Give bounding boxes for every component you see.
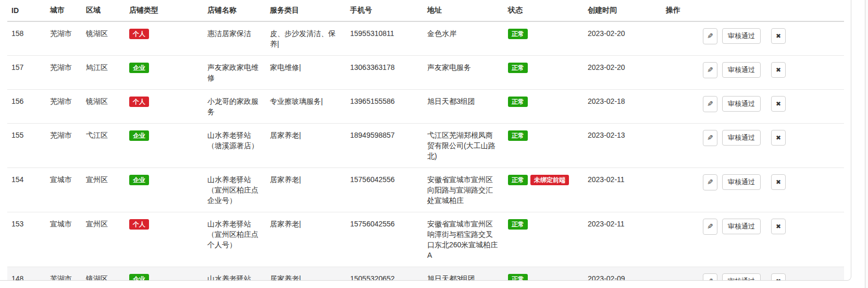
- delete-button[interactable]: ✖: [771, 219, 786, 234]
- table-row: 156 芜湖市 镜湖区 个人 小龙哥的家政服务 专业擦玻璃服务| 1396515…: [7, 90, 844, 124]
- cell-status: 正常: [504, 21, 584, 56]
- status-badge: 未绑定前端: [530, 175, 569, 185]
- cell-created: 2023-02-20: [584, 56, 662, 90]
- cell-name: 声友家政家电维修: [203, 56, 266, 90]
- cell-status: 正常: [504, 90, 584, 124]
- cell-address: 安徽省宣城市宣州区响潭街与稻宝路交叉口东北260米宣城柏庄A: [423, 212, 504, 267]
- cell-city: 芜湖市: [46, 21, 82, 56]
- table-row: 153 宣城市 宣州区 个人 山水养老驿站（宣州区柏庄点个人号） 居家养老| 1…: [7, 212, 844, 267]
- cell-address: 旭日天都3组团: [423, 90, 504, 124]
- cell-category: 家电维修|: [266, 56, 346, 90]
- cell-name: 山水养老驿站（宣州区柏庄点个人号）: [203, 212, 266, 267]
- cell-address: 弋江区芜湖郑根凤商贸有限公司(大工山路北): [423, 124, 504, 168]
- pencil-icon: ✎: [707, 222, 713, 231]
- approve-button[interactable]: 审核通过: [722, 28, 761, 44]
- cell-name: 惠洁居家保洁: [203, 21, 266, 56]
- approve-button[interactable]: 审核通过: [722, 273, 761, 281]
- column-header-type: 店铺类型: [125, 0, 203, 21]
- delete-button[interactable]: ✖: [771, 130, 786, 146]
- column-header-address: 地址: [423, 0, 504, 21]
- edit-button[interactable]: ✎: [703, 96, 717, 112]
- cell-status: 正常: [504, 56, 584, 90]
- cell-phone: 15756042556: [346, 168, 423, 212]
- pencil-icon: ✎: [707, 31, 713, 41]
- action-button-group: ✎ 审核通过 ✖: [666, 96, 840, 112]
- delete-button[interactable]: ✖: [771, 62, 786, 78]
- approve-button[interactable]: 审核通过: [722, 130, 761, 146]
- approve-button[interactable]: 审核通过: [722, 96, 761, 112]
- edit-button[interactable]: ✎: [703, 273, 717, 281]
- table-row: 157 芜湖市 鸠江区 企业 声友家政家电维修 家电维修| 1306336317…: [7, 56, 844, 90]
- cell-id: 154: [7, 168, 46, 212]
- cell-actions: ✎ 审核通过 ✖: [662, 56, 844, 90]
- status-badge: 正常: [508, 29, 528, 39]
- cell-address: 声友家电服务: [423, 56, 504, 90]
- action-button-group: ✎ 审核通过 ✖: [666, 130, 840, 146]
- delete-button[interactable]: ✖: [771, 273, 786, 281]
- cell-id: 155: [7, 124, 46, 168]
- table-header: ID 城市 区域 店铺类型 店铺名称 服务类目 手机号 地址 状态 创建时间 操…: [7, 0, 844, 21]
- cell-type: 个人: [125, 212, 203, 267]
- cell-city: 芜湖市: [46, 90, 82, 124]
- edit-button[interactable]: ✎: [703, 174, 717, 190]
- cell-name: 小龙哥的家政服务: [203, 90, 266, 124]
- cell-category: 居家养老|: [266, 124, 346, 168]
- cell-category: 专业擦玻璃服务|: [266, 90, 346, 124]
- cell-created: 2023-02-20: [584, 21, 662, 56]
- table-row: 154 宣城市 宣州区 企业 山水养老驿站（宣州区柏庄点企业号） 居家养老| 1…: [7, 168, 844, 212]
- delete-button[interactable]: ✖: [771, 96, 786, 112]
- action-button-group: ✎ 审核通过 ✖: [666, 219, 840, 235]
- cell-district: 镜湖区: [82, 267, 125, 281]
- close-icon: ✖: [776, 100, 781, 107]
- cell-phone: 13965155586: [346, 90, 423, 124]
- cell-created: 2023-02-18: [584, 90, 662, 124]
- pencil-icon: ✎: [707, 65, 713, 75]
- shop-type-badge: 企业: [129, 130, 149, 141]
- cell-status: 正常: [504, 124, 584, 168]
- approve-button[interactable]: 审核通过: [722, 219, 761, 234]
- table-row: 155 芜湖市 弋江区 企业 山水养老驿站（塘溪源著店） 居家养老| 18949…: [7, 124, 844, 168]
- cell-district: 镜湖区: [82, 90, 125, 124]
- cell-city: 芜湖市: [46, 124, 82, 168]
- delete-button[interactable]: ✖: [771, 174, 786, 190]
- cell-city: 宣城市: [46, 168, 82, 212]
- approve-button[interactable]: 审核通过: [722, 62, 761, 78]
- cell-created: 2023-02-09: [584, 267, 662, 281]
- cell-category: 居家养老|: [266, 168, 346, 212]
- edit-button[interactable]: ✎: [703, 130, 717, 146]
- column-header-created: 创建时间: [584, 0, 662, 21]
- edit-button[interactable]: ✎: [703, 28, 717, 44]
- cell-type: 企业: [125, 124, 203, 168]
- shop-type-badge: 个人: [129, 29, 149, 39]
- column-header-id: ID: [7, 0, 46, 21]
- delete-button[interactable]: ✖: [771, 28, 786, 44]
- shop-type-badge: 企业: [129, 63, 149, 73]
- pencil-icon: ✎: [707, 177, 713, 187]
- close-icon: ✖: [776, 178, 781, 186]
- cell-actions: ✎ 审核通过 ✖: [662, 168, 844, 212]
- cell-address: 旭日天都3组团: [423, 267, 504, 281]
- header-row: ID 城市 区域 店铺类型 店铺名称 服务类目 手机号 地址 状态 创建时间 操…: [7, 0, 844, 21]
- shop-type-badge: 个人: [129, 97, 149, 107]
- close-icon: ✖: [776, 134, 781, 141]
- pencil-icon: ✎: [707, 133, 713, 142]
- cell-name: 山水养老驿站（塘溪源著店）: [203, 124, 266, 168]
- scrollbar-track[interactable]: [865, 0, 868, 288]
- approve-button[interactable]: 审核通过: [722, 174, 761, 190]
- column-header-actions: 操作: [662, 0, 844, 21]
- cell-id: 148: [7, 267, 46, 281]
- action-button-group: ✎ 审核通过 ✖: [666, 273, 840, 281]
- cell-status: 正常: [504, 212, 584, 267]
- column-header-status: 状态: [504, 0, 584, 21]
- cell-actions: ✎ 审核通过 ✖: [662, 124, 844, 168]
- cell-district: 宣州区: [82, 168, 125, 212]
- status-badge: 正常: [508, 63, 528, 73]
- column-header-district: 区域: [82, 0, 125, 21]
- cell-category: 居家养老|: [266, 212, 346, 267]
- cell-phone: 13063363178: [346, 56, 423, 90]
- status-badge: 正常: [508, 175, 528, 185]
- cell-type: 个人: [125, 21, 203, 56]
- edit-button[interactable]: ✎: [703, 219, 717, 235]
- edit-button[interactable]: ✎: [703, 62, 717, 78]
- table-row: 158 芜湖市 镜湖区 个人 惠洁居家保洁 皮、步沙发清洁、保养| 159553…: [7, 21, 844, 56]
